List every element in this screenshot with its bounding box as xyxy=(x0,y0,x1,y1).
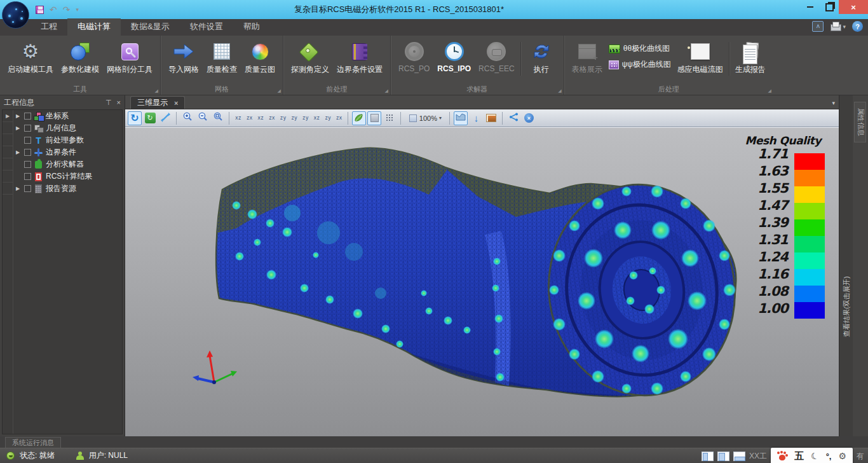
view-axis-button[interactable]: zx xyxy=(245,115,255,121)
probe-angle-button[interactable]: 探测角定义 xyxy=(287,38,333,77)
induced-current-map-button[interactable]: 感应电磁流图 xyxy=(674,38,727,77)
expand-icon[interactable]: ▶ xyxy=(16,149,22,155)
tree-item-report-resources[interactable]: ▶ 报告资源 xyxy=(13,183,122,195)
tab-em-computation[interactable]: 电磁计算 xyxy=(67,18,121,36)
tree-item-rcs-results[interactable]: RCS计算结果 xyxy=(13,170,122,183)
tree-item-coordinate-system[interactable]: ▶ 坐标系 xyxy=(13,110,122,122)
boundary-condition-settings-button[interactable]: 边界条件设置 xyxy=(333,38,386,77)
legend-value: 1.16 xyxy=(731,268,788,280)
expand-icon[interactable]: ▶ xyxy=(16,186,22,191)
view-axis-button[interactable]: zx xyxy=(267,115,277,121)
layout-split-icon[interactable] xyxy=(717,452,729,461)
minimize-button[interactable] xyxy=(801,0,820,14)
checkbox[interactable] xyxy=(24,113,31,120)
tree-item-boundary-conditions[interactable]: ▶ 边界条件 xyxy=(13,146,122,158)
view-axis-button[interactable]: zy xyxy=(289,115,299,121)
tab-software-settings[interactable]: 软件设置 xyxy=(180,18,233,36)
import-mesh-button[interactable]: 导入网格 xyxy=(165,38,203,77)
ime-punctuation-button[interactable]: °, xyxy=(826,452,832,461)
tree-item-preprocess-params[interactable]: T 前处理参数 xyxy=(13,134,122,146)
print-dropdown-icon[interactable]: ▾ xyxy=(843,24,846,30)
view-axis-button[interactable]: xz xyxy=(255,115,266,121)
print-icon[interactable] xyxy=(830,22,841,31)
ime-fullhalf-icon[interactable]: ☾ xyxy=(810,450,820,462)
launch-modeling-tool-button[interactable]: ⚙ 启动建模工具 xyxy=(4,38,57,77)
view-axis-button[interactable]: zx xyxy=(334,115,344,121)
ime-mode-button[interactable]: 五 xyxy=(794,450,804,462)
capture-region-button[interactable] xyxy=(454,111,468,125)
checkbox[interactable] xyxy=(24,125,31,132)
wireframe-view-button[interactable] xyxy=(367,111,381,125)
zoom-level-control[interactable]: 100% ▾ xyxy=(405,111,445,125)
rcs-eec-button[interactable]: RCS_EEC xyxy=(475,38,519,75)
checkbox[interactable] xyxy=(24,149,31,156)
quality-check-button[interactable]: 质量检查 xyxy=(203,38,241,77)
theta-polarization-curve-button[interactable]: θθ极化曲线图 xyxy=(609,43,671,54)
tree-item-geometry-info[interactable]: ▶ 几何信息 xyxy=(13,122,122,134)
view-axis-button[interactable]: zy xyxy=(323,115,333,121)
pan-view-button[interactable] xyxy=(158,111,172,125)
system-messages-tab[interactable]: 系统运行消息 xyxy=(5,437,61,448)
parametric-modeling-button[interactable]: 参数化建模 xyxy=(57,38,103,77)
ime-settings-icon[interactable]: ⚙ xyxy=(838,451,846,461)
pin-icon[interactable]: ⊤ xyxy=(105,99,112,107)
orbit-view-button[interactable]: ↻ xyxy=(143,111,157,125)
group-launcher-icon[interactable]: ◢ xyxy=(278,88,281,93)
zoom-fit-button[interactable] xyxy=(211,111,225,125)
view-axis-button[interactable]: xz xyxy=(233,115,243,121)
view-axis-button[interactable]: xz xyxy=(311,115,322,121)
close-button[interactable]: × xyxy=(839,0,868,14)
gear-icon: ⚙ xyxy=(22,42,39,61)
zoom-dropdown-icon[interactable]: ▾ xyxy=(439,115,442,121)
viewport-3d[interactable]: Mesh Quality 1.71 1 xyxy=(125,127,839,436)
ime-logo-icon[interactable] xyxy=(777,452,787,461)
group-launcher-icon[interactable]: ◢ xyxy=(558,88,561,93)
rotate-view-button[interactable]: ↻ xyxy=(128,111,142,125)
panel-close-icon[interactable]: × xyxy=(117,99,121,106)
zoom-out-button[interactable] xyxy=(196,111,210,125)
leaf-icon xyxy=(354,113,364,123)
view-results-strip[interactable]: 查看结果(双击展开) xyxy=(839,95,853,436)
view-axis-button[interactable]: zy xyxy=(278,115,288,121)
checkbox[interactable] xyxy=(24,161,31,168)
expand-icon[interactable]: ▶ xyxy=(16,125,22,131)
help-icon[interactable]: ? xyxy=(852,21,863,32)
mesh-partition-tool-button[interactable]: 网格剖分工具 xyxy=(103,38,156,77)
points-view-button[interactable] xyxy=(383,111,397,125)
checkbox[interactable] xyxy=(24,173,31,180)
snapshot-button[interactable] xyxy=(484,111,498,125)
tab-3d-display[interactable]: 三维显示 × xyxy=(130,96,185,109)
layout-bottom-icon[interactable] xyxy=(733,452,745,461)
tab-data-display[interactable]: 数据&显示 xyxy=(121,18,180,36)
psi-polarization-curve-button[interactable]: ψψ极化曲线图 xyxy=(609,59,671,70)
maximize-button[interactable] xyxy=(820,0,839,14)
tab-project[interactable]: 工程 xyxy=(31,18,67,36)
rcs-po-button[interactable]: RCS_PO xyxy=(395,38,433,75)
layout-left-icon[interactable] xyxy=(702,452,714,461)
group-launcher-icon[interactable]: ◢ xyxy=(155,88,158,93)
zoom-in-button[interactable] xyxy=(180,111,194,125)
group-launcher-icon[interactable]: ◢ xyxy=(385,88,388,93)
app-logo-icon[interactable] xyxy=(2,1,29,29)
checkbox[interactable] xyxy=(24,185,31,192)
tab-help[interactable]: 帮助 xyxy=(233,18,270,36)
view-axis-button[interactable]: zy xyxy=(301,115,311,121)
checkbox[interactable] xyxy=(24,137,31,144)
share-view-button[interactable] xyxy=(506,111,520,125)
quality-contour-button[interactable]: 质量云图 xyxy=(241,38,279,77)
shaded-view-button[interactable] xyxy=(352,111,366,125)
rcs-ipo-button[interactable]: RCS_IPO xyxy=(433,38,475,75)
execute-button[interactable]: 执行 xyxy=(523,38,560,77)
save-view-button[interactable]: ↓ xyxy=(469,111,483,125)
ribbon-collapse-icon[interactable]: ˄ xyxy=(812,21,824,32)
tree-item-analysis-solver[interactable]: 分析求解器 xyxy=(13,158,122,170)
table-display-button[interactable]: 表格展示 xyxy=(568,38,606,77)
close-view-button[interactable]: × xyxy=(522,111,536,125)
generate-report-button[interactable]: 生成报告 xyxy=(731,38,770,77)
gutter-expand-icon[interactable]: ▶ xyxy=(3,110,13,122)
tab-close-icon[interactable]: × xyxy=(174,99,178,107)
group-launcher-icon[interactable]: ◢ xyxy=(768,88,771,93)
expand-icon[interactable]: ▶ xyxy=(16,113,22,119)
tab-overflow-icon[interactable]: ▾ xyxy=(832,100,835,106)
property-info-tab[interactable]: 属性信息 xyxy=(854,102,866,142)
